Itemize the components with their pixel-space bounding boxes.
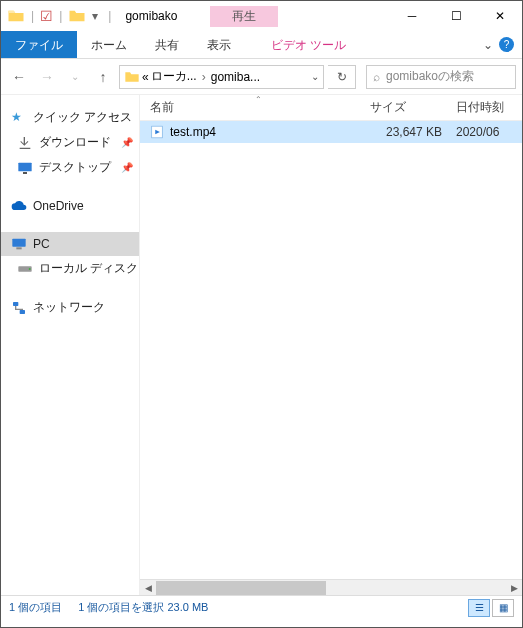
column-date[interactable]: 日付時刻: [450, 99, 522, 116]
star-icon: ★: [11, 110, 27, 126]
sidebar-item-pc[interactable]: PC: [1, 232, 139, 256]
scroll-right-icon[interactable]: ▶: [506, 580, 522, 596]
pc-icon: [11, 236, 27, 252]
title-bar: | ☑ | ▾ | gomibako 再生 ─ ☐ ✕: [1, 1, 522, 31]
sidebar-label: クイック アクセス: [33, 109, 132, 126]
view-thumbnails-button[interactable]: ▦: [492, 599, 514, 617]
pin-icon: 📌: [121, 137, 133, 148]
main-area: ★ クイック アクセス ダウンロード 📌 デスクトップ 📌 OneDrive P…: [1, 95, 522, 595]
tab-home[interactable]: ホーム: [77, 31, 141, 58]
sidebar-item-onedrive[interactable]: OneDrive: [1, 194, 139, 218]
horizontal-scrollbar[interactable]: ◀ ▶: [140, 579, 522, 595]
sidebar-label: ローカル ディスク (E: [39, 260, 139, 277]
sidebar-label: デスクトップ: [39, 159, 111, 176]
search-placeholder: gomibakoの検索: [386, 68, 474, 85]
file-name: test.mp4: [170, 125, 216, 139]
nav-back-button[interactable]: ←: [7, 65, 31, 89]
view-details-button[interactable]: ☰: [468, 599, 490, 617]
sidebar-item-local-disk[interactable]: ローカル ディスク (E: [1, 256, 139, 281]
window-title: gomibako: [125, 9, 177, 23]
column-size[interactable]: サイズ: [370, 99, 450, 116]
address-part[interactable]: gomiba...: [211, 70, 260, 84]
svg-rect-2: [12, 239, 25, 247]
sidebar-item-downloads[interactable]: ダウンロード 📌: [1, 130, 139, 155]
svg-rect-1: [23, 172, 27, 174]
help-icon[interactable]: ?: [499, 37, 514, 52]
close-button[interactable]: ✕: [478, 1, 522, 31]
sidebar: ★ クイック アクセス ダウンロード 📌 デスクトップ 📌 OneDrive P…: [1, 95, 139, 595]
scroll-thumb[interactable]: [156, 581, 326, 595]
nav-forward-button[interactable]: →: [35, 65, 59, 89]
file-row[interactable]: test.mp4 23,647 KB 2020/06: [140, 121, 522, 143]
search-input[interactable]: ⌕ gomibakoの検索: [366, 65, 516, 89]
chevron-right-icon[interactable]: ›: [202, 70, 206, 84]
sidebar-item-desktop[interactable]: デスクトップ 📌: [1, 155, 139, 180]
status-selection: 1 個の項目を選択 23.0 MB: [78, 600, 208, 615]
status-item-count: 1 個の項目: [9, 600, 62, 615]
svg-rect-7: [20, 310, 25, 314]
nav-up-button[interactable]: ↑: [91, 65, 115, 89]
refresh-button[interactable]: ↻: [328, 65, 356, 89]
sort-indicator-icon: ⌃: [255, 95, 262, 104]
sidebar-item-network[interactable]: ネットワーク: [1, 295, 139, 320]
minimize-button[interactable]: ─: [390, 1, 434, 31]
sidebar-label: ネットワーク: [33, 299, 105, 316]
file-size: 23,647 KB: [370, 125, 450, 139]
ribbon: ファイル ホーム 共有 表示 ビデオ ツール ⌄ ?: [1, 31, 522, 59]
file-date: 2020/06: [450, 125, 522, 139]
download-icon: [17, 135, 33, 151]
address-dropdown-icon[interactable]: ⌄: [311, 71, 319, 82]
nav-bar: ← → ⌄ ↑ « ローカ... › gomiba... ⌄ ↻ ⌕ gomib…: [1, 59, 522, 95]
maximize-button[interactable]: ☐: [434, 1, 478, 31]
check-icon[interactable]: ☑: [40, 8, 53, 24]
sidebar-label: PC: [33, 237, 50, 251]
sidebar-label: ダウンロード: [39, 134, 111, 151]
video-file-icon: [150, 125, 164, 139]
file-list: ⌃ 名前 サイズ 日付時刻 test.mp4 23,647 KB 2020/06…: [139, 95, 522, 595]
folder-icon: [68, 7, 86, 25]
network-icon: [11, 300, 27, 316]
desktop-icon: [17, 160, 33, 176]
tab-share[interactable]: 共有: [141, 31, 193, 58]
folder-icon: [124, 69, 140, 85]
tab-video-tools[interactable]: ビデオ ツール: [257, 31, 360, 58]
sidebar-label: OneDrive: [33, 199, 84, 213]
address-bar[interactable]: « ローカ... › gomiba... ⌄: [119, 65, 324, 89]
status-bar: 1 個の項目 1 個の項目を選択 23.0 MB ☰ ▦: [1, 595, 522, 619]
context-tab-play[interactable]: 再生: [210, 6, 278, 27]
scroll-left-icon[interactable]: ◀: [140, 580, 156, 596]
tab-view[interactable]: 表示: [193, 31, 245, 58]
cloud-icon: [11, 198, 27, 214]
svg-rect-0: [18, 162, 31, 171]
nav-history-icon[interactable]: ⌄: [63, 65, 87, 89]
sidebar-item-quick-access[interactable]: ★ クイック アクセス: [1, 105, 139, 130]
ribbon-expand-icon[interactable]: ⌄: [483, 38, 493, 52]
svg-rect-3: [16, 247, 21, 249]
pin-icon: 📌: [121, 162, 133, 173]
address-part[interactable]: ローカ...: [151, 68, 197, 85]
tab-file[interactable]: ファイル: [1, 31, 77, 58]
column-headers: ⌃ 名前 サイズ 日付時刻: [140, 95, 522, 121]
search-icon: ⌕: [373, 70, 380, 84]
column-name[interactable]: ⌃ 名前: [140, 99, 370, 116]
disk-icon: [17, 261, 33, 277]
svg-point-5: [29, 268, 31, 270]
address-prefix: «: [142, 70, 149, 84]
svg-rect-6: [13, 302, 18, 306]
folder-icon: [7, 7, 25, 25]
